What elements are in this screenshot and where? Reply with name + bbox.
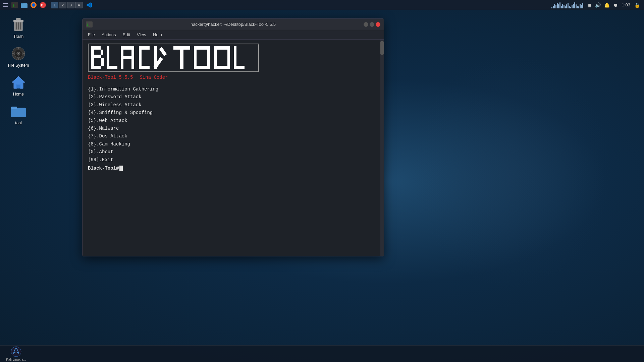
scrollbar-thumb[interactable] xyxy=(380,41,384,55)
banner-container xyxy=(88,44,378,72)
window-controls xyxy=(364,22,380,27)
svg-rect-47 xyxy=(142,66,150,69)
svg-rect-61 xyxy=(234,46,236,69)
terminal-menubar: File Actions Edit View Help xyxy=(83,30,384,40)
svg-rect-44 xyxy=(123,56,131,59)
svg-rect-51 xyxy=(173,46,190,50)
desktop-icon-trash[interactable]: Trash xyxy=(3,15,34,41)
terminal-scrollbar[interactable] xyxy=(380,40,384,256)
svg-rect-0 xyxy=(3,3,8,4)
window-maximize-button[interactable] xyxy=(370,22,374,27)
window-minimize-button[interactable] xyxy=(364,22,368,27)
menu-help[interactable]: Help xyxy=(150,32,165,38)
volume-tray-icon[interactable]: 🔊 xyxy=(594,2,601,8)
svg-rect-45 xyxy=(139,46,142,69)
kali-taskbar-app[interactable]: Kali Linux a... xyxy=(3,345,29,362)
record-tray-icon[interactable]: ⏺ xyxy=(612,2,619,8)
menu-option-99: {99}.Exit xyxy=(88,156,378,164)
svg-rect-52 xyxy=(180,50,183,69)
menu-option-1: {1}.Information Gathering xyxy=(88,85,378,93)
menu-file[interactable]: File xyxy=(85,32,98,38)
svg-text:B: B xyxy=(41,3,43,7)
taskbar-left: $_ B xyxy=(0,1,93,9)
menu-option-8: {8}.Cam Hacking xyxy=(88,140,378,148)
svg-rect-58 xyxy=(227,46,230,69)
prompt-line: Black-Tool# xyxy=(88,166,378,171)
terminal-window: $_ hacker@hacker: ~/Desktop/Black-Tool-5… xyxy=(82,18,384,256)
svg-rect-42 xyxy=(131,46,134,69)
svg-rect-55 xyxy=(197,46,207,50)
lock-tray-icon[interactable]: 🔒 xyxy=(634,2,641,8)
window-close-button[interactable] xyxy=(376,22,380,27)
workspace-3[interactable]: 3 xyxy=(67,2,74,8)
svg-rect-46 xyxy=(142,46,150,50)
taskbar-top: $_ B xyxy=(0,0,644,10)
svg-rect-49 xyxy=(159,47,167,56)
svg-rect-34 xyxy=(94,46,101,50)
menu-option-0: {0}.About xyxy=(88,148,378,156)
audio-viz xyxy=(551,2,583,8)
author-text: Sina Coder xyxy=(140,75,168,80)
workspace-4[interactable]: 4 xyxy=(75,2,83,8)
desktop-icon-tool[interactable]: tool xyxy=(3,102,34,127)
svg-text:$_: $_ xyxy=(87,23,90,26)
svg-point-8 xyxy=(32,3,35,7)
svg-rect-62 xyxy=(236,66,245,69)
taskbar-bottom: Kali Linux a... xyxy=(0,345,644,362)
menu-option-2: {2}.Password Attack xyxy=(88,93,378,101)
workspace-buttons: 1 2 3 4 xyxy=(51,2,83,8)
firefox-taskbar-icon[interactable] xyxy=(30,1,38,9)
menu-option-4: {4}.Sniffing & Spoofing xyxy=(88,109,378,116)
terminal-content[interactable]: Black-Tool 5.5.5 Sina Coder {1}.Informat… xyxy=(83,40,384,256)
menu-view[interactable]: View xyxy=(134,32,149,38)
svg-rect-57 xyxy=(214,46,217,69)
svg-rect-27 xyxy=(11,108,26,117)
svg-rect-38 xyxy=(101,58,104,66)
trash-icon-label: Trash xyxy=(13,34,23,39)
menu-edit[interactable]: Edit xyxy=(120,32,133,38)
svg-rect-33 xyxy=(91,46,94,69)
version-text: Black-Tool 5.5.5 xyxy=(88,75,133,80)
desktop-icon-home[interactable]: Home xyxy=(3,73,34,98)
svg-rect-13 xyxy=(16,18,20,20)
svg-rect-60 xyxy=(217,66,227,69)
banner-subtitle: Black-Tool 5.5.5 Sina Coder xyxy=(88,75,378,80)
home-icon-label: Home xyxy=(13,92,24,97)
menu-actions[interactable]: Actions xyxy=(99,32,119,38)
filesystem-icon-label: File System xyxy=(8,63,29,68)
terminal-title: hacker@hacker: ~/Desktop/Black-Tool-5.5.… xyxy=(191,22,276,27)
svg-rect-35 xyxy=(94,55,101,58)
menu-option-5: {5}.Web Attack xyxy=(88,117,378,124)
svg-rect-26 xyxy=(16,84,20,88)
terminal-cursor xyxy=(119,166,123,171)
svg-rect-6 xyxy=(21,3,23,4)
menu-list: {1}.Information Gathering {2}.Password A… xyxy=(88,85,378,164)
workspace-1[interactable]: 1 xyxy=(51,2,58,8)
burpsuite-taskbar-icon[interactable]: B xyxy=(39,1,47,9)
clock: 1:03 xyxy=(621,2,632,7)
svg-rect-56 xyxy=(197,66,207,69)
notification-tray-icon[interactable]: 🔔 xyxy=(603,2,610,8)
kali-app-icon xyxy=(11,346,21,357)
svg-point-20 xyxy=(18,53,19,54)
workspace-2[interactable]: 2 xyxy=(59,2,66,8)
svg-rect-53 xyxy=(194,46,197,69)
window-tray-icon[interactable]: ▣ xyxy=(587,2,592,8)
desktop: $_ B xyxy=(0,0,644,362)
taskbar-right: ▣ 🔊 🔔 ⏺ 1:03 🔒 xyxy=(551,2,644,8)
svg-rect-36 xyxy=(94,66,101,69)
kali-app-label: Kali Linux a... xyxy=(6,358,26,361)
desktop-icon-filesystem[interactable]: File System xyxy=(3,44,34,69)
terminal-taskbar-icon[interactable]: $_ xyxy=(11,1,19,9)
vscode-taskbar-icon[interactable] xyxy=(85,1,93,9)
menu-option-6: {6}.Malware xyxy=(88,125,378,132)
svg-rect-2 xyxy=(3,6,8,7)
app-menu-icon[interactable] xyxy=(1,1,9,9)
svg-rect-5 xyxy=(21,3,28,8)
filemanager-taskbar-icon[interactable] xyxy=(20,1,28,9)
svg-text:$_: $_ xyxy=(12,3,17,7)
menu-option-7: {7}.Dos Attack xyxy=(88,132,378,140)
tool-icon-label: tool xyxy=(15,121,21,125)
svg-rect-54 xyxy=(207,46,210,69)
desktop-icons: Trash File System xyxy=(0,12,37,130)
